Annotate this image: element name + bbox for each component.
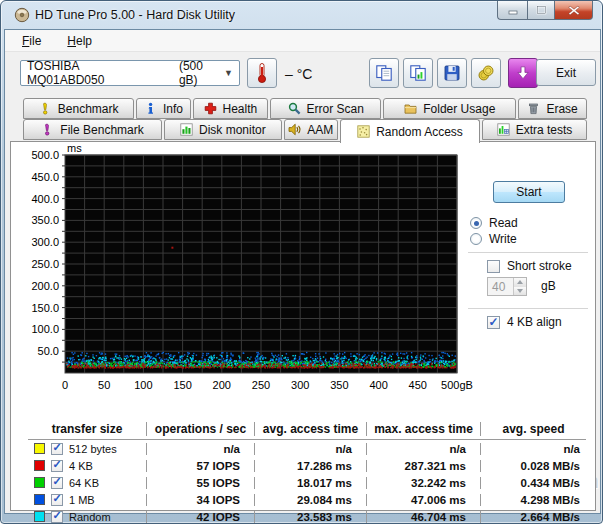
read-radio[interactable]: [470, 217, 482, 229]
maximize-button[interactable]: [527, 1, 555, 20]
benchmark-icon: [39, 102, 52, 115]
avg-access-value: 17.286 ms: [254, 460, 366, 472]
tab-disk-monitor[interactable]: Disk monitor: [164, 119, 281, 140]
read-label: Read: [489, 216, 518, 230]
series-checkbox[interactable]: [51, 460, 63, 472]
series-label: 64 KB: [69, 477, 99, 489]
spin-down-icon[interactable]: [514, 287, 526, 296]
avg-access-value: 29.084 ms: [254, 494, 366, 506]
title-bar[interactable]: HD Tune Pro 5.00 - Hard Disk Utility: [1, 1, 602, 29]
tab-erase[interactable]: Erase: [518, 98, 587, 119]
avg-access-value: 23.583 ms: [254, 511, 366, 523]
random-access-panel: 50.0100.0150.0200.0250.0300.0350.0400.04…: [10, 141, 596, 511]
series-checkbox[interactable]: [51, 443, 63, 455]
window-title: HD Tune Pro 5.00 - Hard Disk Utility: [35, 8, 235, 22]
minimize-button[interactable]: [497, 1, 527, 20]
svg-text:100: 100: [134, 379, 152, 391]
start-button[interactable]: Start: [493, 181, 565, 203]
download-arrow-button[interactable]: [508, 58, 538, 88]
svg-text:100.0: 100.0: [31, 323, 59, 335]
spinner-arrows[interactable]: [513, 278, 526, 295]
avg-speed-value: 2.664 MB/s: [480, 511, 586, 523]
table-row-1-mb: 1 MB34 IOPS29.084 ms47.006 ms4.298 MB/s: [28, 491, 586, 508]
table-row-64-kb: 64 KB55 IOPS18.017 ms32.242 ms0.434 MB/s: [28, 474, 586, 491]
tab-random-access[interactable]: Random Access: [340, 119, 480, 143]
svg-text:450.0: 450.0: [31, 171, 59, 183]
separator: [468, 308, 588, 309]
series-label: 512 bytes: [69, 443, 117, 455]
svg-text:0: 0: [62, 379, 68, 391]
short-stroke-value: 40: [488, 278, 513, 295]
disk-monitor-icon: [180, 123, 193, 136]
table-row-512-bytes: 512 bytesn/an/an/an/a: [28, 440, 586, 457]
write-radio[interactable]: [470, 233, 482, 245]
max-access-value: 32.242 ms: [366, 477, 480, 489]
series-checkbox[interactable]: [51, 511, 63, 523]
4kb-align-checkbox[interactable]: [487, 316, 500, 329]
tab-file-benchmark[interactable]: File Benchmark: [23, 119, 162, 140]
copy-icon: [375, 64, 393, 82]
col-operations: operations / sec: [146, 422, 254, 436]
avg-speed-value: 4.298 MB/s: [480, 494, 586, 506]
tab-extra-tests[interactable]: Extra tests: [482, 119, 587, 140]
avg-speed-value: 0.028 MB/s: [480, 460, 586, 472]
series-color-swatch: [34, 477, 45, 488]
menu-help[interactable]: Help: [58, 30, 101, 51]
copy-file-button[interactable]: [403, 58, 433, 88]
svg-text:50: 50: [98, 379, 110, 391]
short-stroke-checkbox[interactable]: [487, 260, 500, 273]
menu-file[interactable]: File: [13, 30, 50, 51]
avg-speed-value: n/a: [480, 443, 586, 455]
exit-button[interactable]: Exit: [536, 59, 596, 86]
tab-health[interactable]: Health: [193, 98, 268, 119]
series-checkbox[interactable]: [51, 494, 63, 506]
close-icon: [568, 5, 580, 16]
erase-icon: [527, 102, 540, 115]
tab-row-1: BenchmarkInfoHealthError ScanFolder Usag…: [23, 98, 587, 119]
svg-text:350.0: 350.0: [31, 214, 59, 226]
svg-text:150.0: 150.0: [31, 302, 59, 314]
save-button[interactable]: [437, 58, 467, 88]
tab-folder-usage[interactable]: Folder Usage: [383, 98, 516, 119]
aam-icon: [288, 123, 301, 136]
temperature-button[interactable]: [247, 58, 277, 88]
series-label: 4 KB: [69, 460, 93, 472]
tab-info[interactable]: Info: [136, 98, 190, 119]
tab-error-scan[interactable]: Error Scan: [270, 98, 381, 119]
coins-button[interactable]: [471, 58, 501, 88]
drive-name: TOSHIBA MQ01ABD050: [27, 59, 157, 87]
short-stroke-label: Short stroke: [507, 259, 572, 273]
svg-text:150: 150: [173, 379, 191, 391]
separator: [468, 252, 588, 253]
series-checkbox[interactable]: [51, 477, 63, 489]
ops-value: 55 IOPS: [146, 477, 254, 489]
app-window: HD Tune Pro 5.00 - Hard Disk Utility Fil…: [0, 0, 603, 524]
save-icon: [443, 64, 461, 82]
minimize-icon: [508, 6, 518, 15]
col-max-access: max. access time: [366, 422, 480, 436]
tab-benchmark[interactable]: Benchmark: [23, 98, 134, 119]
error-scan-icon: [288, 102, 301, 115]
file-benchmark-icon: [41, 123, 54, 136]
drive-selector-dropdown[interactable]: TOSHIBA MQ01ABD050 (500 gB) ▼: [20, 60, 240, 86]
short-stroke-capacity-spinner[interactable]: 40: [487, 277, 527, 296]
ops-value: 42 IOPS: [146, 511, 254, 523]
svg-text:400: 400: [369, 379, 387, 391]
spin-up-icon[interactable]: [514, 278, 526, 287]
folder-icon: [404, 102, 417, 115]
info-icon: [144, 102, 157, 115]
toolbar-buttons: [369, 58, 538, 88]
series-color-swatch: [34, 511, 45, 522]
series-label: 1 MB: [69, 494, 95, 506]
health-icon: [204, 102, 217, 115]
app-disk-icon: [14, 7, 30, 23]
copy-button[interactable]: [369, 58, 399, 88]
max-access-value: 46.704 ms: [366, 511, 480, 523]
close-button[interactable]: [555, 1, 593, 20]
svg-text:450: 450: [409, 379, 427, 391]
ops-value: n/a: [146, 443, 254, 455]
svg-text:200.0: 200.0: [31, 280, 59, 292]
avg-access-value: n/a: [254, 443, 366, 455]
tab-aam[interactable]: AAM: [284, 119, 338, 140]
table-row-random: Random42 IOPS23.583 ms46.704 ms2.664 MB/…: [28, 508, 586, 524]
